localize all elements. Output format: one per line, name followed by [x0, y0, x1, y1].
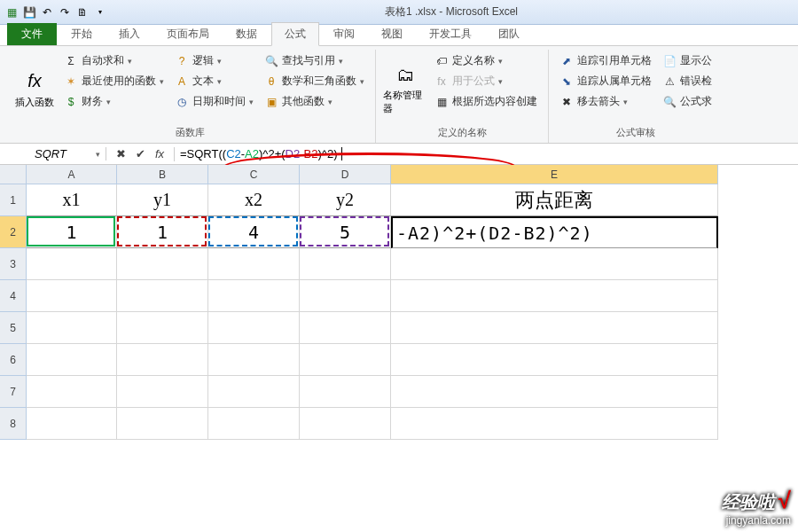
- row-header-1[interactable]: 1: [0, 184, 27, 216]
- col-header-e[interactable]: E: [391, 165, 718, 184]
- cell-e7[interactable]: [391, 376, 718, 408]
- lookup-button[interactable]: 🔍查找与引用▾: [261, 51, 368, 70]
- name-manager-button[interactable]: 🗂 名称管理器: [383, 51, 427, 124]
- trace-dependents-button[interactable]: ⬊追踪从属单元格: [556, 72, 655, 90]
- financial-button[interactable]: $财务▾: [60, 92, 168, 111]
- col-header-b[interactable]: B: [117, 165, 208, 184]
- tab-page-layout[interactable]: 页面布局: [154, 23, 222, 45]
- cell-c3[interactable]: [208, 248, 300, 280]
- cell-b4[interactable]: [117, 280, 208, 312]
- insert-function-button[interactable]: fx 插入函数: [12, 51, 57, 124]
- name-box[interactable]: SQRT ▾: [0, 147, 106, 160]
- cell-c4[interactable]: [208, 280, 300, 312]
- text-button[interactable]: A文本▾: [171, 72, 257, 90]
- cell-a7[interactable]: [27, 376, 117, 408]
- row-header-7[interactable]: 7: [0, 376, 27, 408]
- save-icon[interactable]: 💾: [21, 4, 37, 20]
- cell-e8[interactable]: [391, 408, 718, 440]
- logical-button[interactable]: ?逻辑▾: [171, 51, 257, 70]
- cell-d2[interactable]: 5: [300, 216, 391, 248]
- tab-view[interactable]: 视图: [369, 23, 415, 45]
- error-check-button[interactable]: ⚠错误检: [659, 72, 716, 90]
- tab-data[interactable]: 数据: [223, 23, 270, 45]
- row-header-3[interactable]: 3: [0, 248, 27, 280]
- autosum-button[interactable]: Σ自动求和▾: [60, 51, 168, 70]
- cell-d3[interactable]: [300, 248, 391, 280]
- cell-a4[interactable]: [27, 280, 117, 312]
- recent-functions-button[interactable]: ✶最近使用的函数▾: [60, 72, 168, 90]
- col-header-a[interactable]: A: [27, 165, 117, 184]
- grid-wrap: A B C D E x1 y1 x2 y2 两点距离 1 1 4 5 -A2)^…: [27, 165, 718, 532]
- create-from-selection-button[interactable]: ▦根据所选内容创建: [431, 92, 541, 111]
- cell-a6[interactable]: [27, 344, 117, 376]
- chevron-down-icon[interactable]: ▾: [96, 150, 100, 159]
- tab-formulas[interactable]: 公式: [271, 22, 319, 46]
- tab-file[interactable]: 文件: [7, 23, 57, 45]
- undo-icon[interactable]: ↶: [39, 4, 55, 20]
- cell-b8[interactable]: [117, 408, 208, 440]
- cell-b1[interactable]: y1: [117, 184, 208, 216]
- cell-e5[interactable]: [391, 312, 718, 344]
- cell-b2[interactable]: 1: [117, 216, 208, 248]
- grid[interactable]: x1 y1 x2 y2 两点距离 1 1 4 5 -A2)^2+(D2-B2)^…: [27, 184, 718, 440]
- more-functions-button[interactable]: ▣其他函数▾: [261, 92, 368, 111]
- print-preview-icon[interactable]: 🗎: [74, 4, 90, 20]
- row-header-2[interactable]: 2: [0, 216, 27, 248]
- cell-e2[interactable]: -A2)^2+(D2-B2)^2): [391, 216, 718, 248]
- cell-d8[interactable]: [300, 408, 391, 440]
- cell-d4[interactable]: [300, 280, 391, 312]
- cell-a5[interactable]: [27, 312, 117, 344]
- cell-c2[interactable]: 4: [208, 216, 300, 248]
- cell-e3[interactable]: [391, 248, 718, 280]
- col-header-c[interactable]: C: [208, 165, 300, 184]
- cell-d7[interactable]: [300, 376, 391, 408]
- cancel-icon[interactable]: ✖: [113, 147, 128, 161]
- cell-d5[interactable]: [300, 312, 391, 344]
- redo-icon[interactable]: ↷: [57, 4, 73, 20]
- cell-c1[interactable]: x2: [208, 184, 300, 216]
- tab-review[interactable]: 审阅: [321, 23, 367, 45]
- cell-c8[interactable]: [208, 408, 300, 440]
- enter-icon[interactable]: ✔: [133, 147, 147, 161]
- cell-b3[interactable]: [117, 248, 208, 280]
- cell-e6[interactable]: [391, 344, 718, 376]
- tab-developer[interactable]: 开发工具: [417, 23, 484, 45]
- row-header-6[interactable]: 6: [0, 344, 27, 376]
- use-in-formula-button[interactable]: fx用于公式▾: [431, 72, 541, 90]
- row-header-4[interactable]: 4: [0, 280, 27, 312]
- col-header-d[interactable]: D: [300, 165, 391, 184]
- tab-insert[interactable]: 插入: [106, 23, 153, 45]
- cell-c7[interactable]: [208, 376, 300, 408]
- formula-eval-button[interactable]: 🔍公式求: [659, 92, 716, 111]
- fx-icon[interactable]: fx: [153, 147, 167, 161]
- tab-team[interactable]: 团队: [486, 23, 532, 45]
- math-button[interactable]: θ数学和三角函数▾: [261, 72, 368, 90]
- cell-c6[interactable]: [208, 344, 300, 376]
- cell-b7[interactable]: [117, 376, 208, 408]
- row-header-5[interactable]: 5: [0, 312, 27, 344]
- trace-precedents-button[interactable]: ⬈追踪引用单元格: [556, 51, 655, 70]
- cell-a3[interactable]: [27, 248, 117, 280]
- remove-arrows-button[interactable]: ✖移去箭头▾: [556, 92, 655, 111]
- dropdown-icon[interactable]: ▾: [92, 4, 108, 20]
- cell-e1[interactable]: 两点距离: [391, 184, 718, 216]
- text-icon: A: [175, 74, 189, 89]
- datetime-button[interactable]: ◷日期和时间▾: [171, 92, 257, 111]
- cell-b5[interactable]: [117, 312, 208, 344]
- formula-input[interactable]: =SQRT((C2-A2)^2+(D2-B2)^2): [175, 147, 798, 160]
- name-manager-label: 名称管理器: [383, 89, 427, 115]
- cell-d6[interactable]: [300, 344, 391, 376]
- define-name-button[interactable]: 🏷定义名称▾: [431, 51, 541, 70]
- cell-a8[interactable]: [27, 408, 117, 440]
- select-all-corner[interactable]: [0, 165, 27, 184]
- row-header-8[interactable]: 8: [0, 408, 27, 440]
- cell-c5[interactable]: [208, 312, 300, 344]
- cell-a1[interactable]: x1: [27, 184, 117, 216]
- cell-d1[interactable]: y2: [300, 184, 391, 216]
- cell-a2[interactable]: 1: [27, 216, 117, 248]
- show-formulas-button[interactable]: 📄显示公: [659, 51, 716, 70]
- cell-b6[interactable]: [117, 344, 208, 376]
- group-label-defined-names: 定义的名称: [383, 124, 541, 141]
- tab-home[interactable]: 开始: [59, 23, 105, 45]
- cell-e4[interactable]: [391, 280, 718, 312]
